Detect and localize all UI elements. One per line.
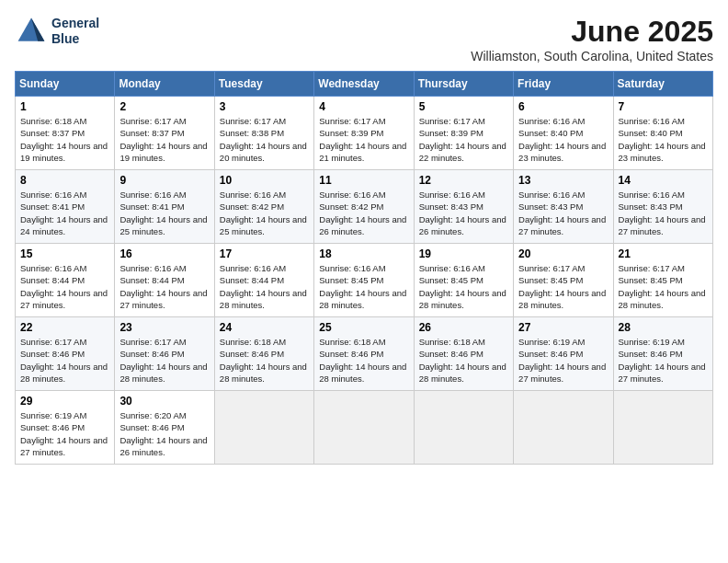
day-number: 6 [518,100,608,113]
calendar-cell: 21Sunrise: 6:17 AMSunset: 8:45 PMDayligh… [613,244,712,317]
calendar-cell: 24Sunrise: 6:18 AMSunset: 8:46 PMDayligh… [214,317,313,391]
day-info: Sunrise: 6:17 AMSunset: 8:37 PMDaylight:… [119,115,209,164]
week-row-1: 1Sunrise: 6:18 AMSunset: 8:37 PMDaylight… [16,97,713,170]
day-number: 16 [119,247,209,260]
day-number: 22 [20,321,109,334]
calendar-cell: 29Sunrise: 6:19 AMSunset: 8:46 PMDayligh… [16,391,115,465]
day-info: Sunrise: 6:17 AMSunset: 8:46 PMDaylight:… [119,336,209,385]
logo-line1: General [51,16,99,31]
day-number: 30 [119,395,209,408]
day-number: 13 [518,174,608,187]
day-number: 10 [220,174,309,187]
day-info: Sunrise: 6:20 AMSunset: 8:46 PMDaylight:… [119,409,209,458]
day-number: 27 [518,321,608,334]
day-info: Sunrise: 6:16 AMSunset: 8:42 PMDaylight:… [220,189,309,237]
day-info: Sunrise: 6:18 AMSunset: 8:46 PMDaylight:… [220,336,309,385]
logo: General Blue [15,15,99,48]
calendar-cell: 15Sunrise: 6:16 AMSunset: 8:44 PMDayligh… [16,244,115,317]
day-info: Sunrise: 6:17 AMSunset: 8:39 PMDaylight:… [319,115,408,164]
weekday-header-sunday: Sunday [16,72,115,97]
day-info: Sunrise: 6:16 AMSunset: 8:45 PMDaylight:… [419,262,508,311]
weekday-header-wednesday: Wednesday [314,72,414,97]
week-row-4: 22Sunrise: 6:17 AMSunset: 8:46 PMDayligh… [16,317,713,391]
calendar-cell: 18Sunrise: 6:16 AMSunset: 8:45 PMDayligh… [314,244,414,317]
calendar-table: SundayMondayTuesdayWednesdayThursdayFrid… [15,71,713,465]
day-number: 28 [619,321,708,334]
day-number: 19 [419,247,508,260]
weekday-header-thursday: Thursday [414,72,513,97]
calendar-subtitle: Williamston, South Carolina, United Stat… [471,49,713,63]
calendar-cell: 16Sunrise: 6:16 AMSunset: 8:44 PMDayligh… [115,244,214,317]
weekday-header-monday: Monday [115,72,214,97]
day-info: Sunrise: 6:16 AMSunset: 8:43 PMDaylight:… [619,189,708,237]
day-info: Sunrise: 6:17 AMSunset: 8:39 PMDaylight:… [419,115,508,164]
day-number: 2 [119,100,209,113]
day-info: Sunrise: 6:16 AMSunset: 8:43 PMDaylight:… [518,189,608,237]
day-number: 1 [20,100,109,113]
calendar-cell: 8Sunrise: 6:16 AMSunset: 8:41 PMDaylight… [16,170,115,244]
day-info: Sunrise: 6:19 AMSunset: 8:46 PMDaylight:… [619,336,708,385]
calendar-cell: 20Sunrise: 6:17 AMSunset: 8:45 PMDayligh… [514,244,613,317]
week-row-2: 8Sunrise: 6:16 AMSunset: 8:41 PMDaylight… [16,170,713,244]
day-number: 25 [319,321,408,334]
weekday-header-saturday: Saturday [613,72,712,97]
calendar-cell: 1Sunrise: 6:18 AMSunset: 8:37 PMDaylight… [16,97,115,170]
calendar-cell: 12Sunrise: 6:16 AMSunset: 8:43 PMDayligh… [414,170,513,244]
day-info: Sunrise: 6:17 AMSunset: 8:38 PMDaylight:… [220,115,309,164]
calendar-cell: 25Sunrise: 6:18 AMSunset: 8:46 PMDayligh… [314,317,414,391]
day-info: Sunrise: 6:16 AMSunset: 8:41 PMDaylight:… [20,189,109,237]
day-info: Sunrise: 6:17 AMSunset: 8:46 PMDaylight:… [20,336,109,385]
calendar-title: June 2025 [471,15,713,49]
day-number: 17 [220,247,309,260]
calendar-cell: 28Sunrise: 6:19 AMSunset: 8:46 PMDayligh… [613,317,712,391]
day-info: Sunrise: 6:16 AMSunset: 8:44 PMDaylight:… [119,262,209,311]
day-info: Sunrise: 6:19 AMSunset: 8:46 PMDaylight:… [20,409,109,458]
day-info: Sunrise: 6:18 AMSunset: 8:46 PMDaylight:… [419,336,508,385]
day-number: 9 [119,174,209,187]
calendar-cell: 3Sunrise: 6:17 AMSunset: 8:38 PMDaylight… [214,97,313,170]
logo-text: General Blue [51,16,99,47]
day-number: 5 [419,100,508,113]
day-info: Sunrise: 6:16 AMSunset: 8:40 PMDaylight:… [619,115,708,164]
calendar-cell: 5Sunrise: 6:17 AMSunset: 8:39 PMDaylight… [414,97,513,170]
week-row-5: 29Sunrise: 6:19 AMSunset: 8:46 PMDayligh… [16,391,713,465]
day-info: Sunrise: 6:16 AMSunset: 8:44 PMDaylight:… [220,262,309,311]
calendar-cell: 23Sunrise: 6:17 AMSunset: 8:46 PMDayligh… [115,317,214,391]
day-number: 18 [319,247,408,260]
day-info: Sunrise: 6:16 AMSunset: 8:43 PMDaylight:… [419,189,508,237]
day-info: Sunrise: 6:19 AMSunset: 8:46 PMDaylight:… [518,336,608,385]
logo-line2: Blue [51,31,99,47]
day-info: Sunrise: 6:16 AMSunset: 8:41 PMDaylight:… [119,189,209,237]
calendar-cell: 6Sunrise: 6:16 AMSunset: 8:40 PMDaylight… [514,97,613,170]
day-number: 24 [220,321,309,334]
calendar-cell: 9Sunrise: 6:16 AMSunset: 8:41 PMDaylight… [115,170,214,244]
day-number: 29 [20,395,109,408]
title-area: June 2025 Williamston, South Carolina, U… [471,15,713,63]
calendar-cell: 22Sunrise: 6:17 AMSunset: 8:46 PMDayligh… [16,317,115,391]
day-info: Sunrise: 6:17 AMSunset: 8:45 PMDaylight:… [619,262,708,311]
calendar-cell [214,391,313,465]
weekday-header-tuesday: Tuesday [214,72,313,97]
calendar-cell: 10Sunrise: 6:16 AMSunset: 8:42 PMDayligh… [214,170,313,244]
week-row-3: 15Sunrise: 6:16 AMSunset: 8:44 PMDayligh… [16,244,713,317]
calendar-cell: 11Sunrise: 6:16 AMSunset: 8:42 PMDayligh… [314,170,414,244]
day-info: Sunrise: 6:17 AMSunset: 8:45 PMDaylight:… [518,262,608,311]
day-number: 11 [319,174,408,187]
day-info: Sunrise: 6:16 AMSunset: 8:42 PMDaylight:… [319,189,408,237]
calendar-cell: 14Sunrise: 6:16 AMSunset: 8:43 PMDayligh… [613,170,712,244]
day-number: 8 [20,174,109,187]
day-number: 4 [319,100,408,113]
calendar-cell: 4Sunrise: 6:17 AMSunset: 8:39 PMDaylight… [314,97,414,170]
day-info: Sunrise: 6:18 AMSunset: 8:46 PMDaylight:… [319,336,408,385]
day-number: 14 [619,174,708,187]
calendar-cell [314,391,414,465]
calendar-cell: 27Sunrise: 6:19 AMSunset: 8:46 PMDayligh… [514,317,613,391]
calendar-cell [514,391,613,465]
calendar-cell [414,391,513,465]
day-number: 23 [119,321,209,334]
logo-icon [15,15,48,48]
calendar-cell: 19Sunrise: 6:16 AMSunset: 8:45 PMDayligh… [414,244,513,317]
day-info: Sunrise: 6:16 AMSunset: 8:44 PMDaylight:… [20,262,109,311]
calendar-cell: 7Sunrise: 6:16 AMSunset: 8:40 PMDaylight… [613,97,712,170]
calendar-cell: 2Sunrise: 6:17 AMSunset: 8:37 PMDaylight… [115,97,214,170]
